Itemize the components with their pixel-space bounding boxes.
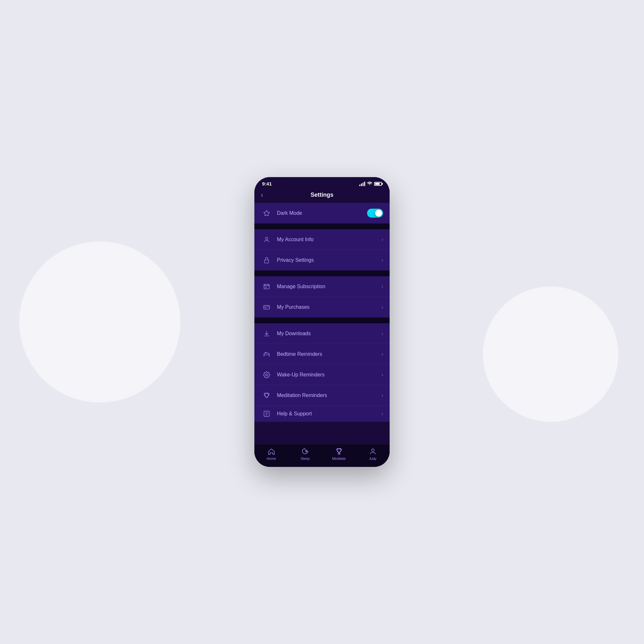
divider-2 — [254, 270, 390, 276]
profile-icon — [369, 448, 377, 455]
account-section: My Account Info › Privacy Settings › — [254, 229, 390, 270]
manage-subscription-row[interactable]: Manage Subscription › — [254, 276, 390, 297]
back-button[interactable]: ‹ — [261, 192, 263, 199]
bg-circle-left — [19, 241, 180, 403]
my-purchases-label: My Purchases — [277, 304, 382, 310]
sleep-icon — [301, 448, 309, 455]
svg-rect-14 — [264, 411, 270, 417]
help-support-row[interactable]: Help & Support › — [254, 406, 390, 422]
divider-3 — [254, 317, 390, 323]
page-title: Settings — [310, 192, 333, 198]
divider-1 — [254, 223, 390, 229]
svg-rect-2 — [265, 260, 269, 263]
wakeup-reminders-row[interactable]: Wake-Up Reminders › — [254, 365, 390, 385]
my-purchases-row[interactable]: My Purchases › — [254, 297, 390, 317]
account-info-row[interactable]: My Account Info › — [254, 229, 390, 250]
bedtime-reminders-row[interactable]: Bedtime Reminders › — [254, 344, 390, 365]
nav-meditate[interactable]: Meditate — [322, 448, 356, 460]
header: ‹ Settings — [254, 188, 390, 203]
chevron-icon: › — [382, 237, 383, 242]
download-icon — [261, 330, 272, 337]
lock-icon — [261, 257, 272, 264]
star-icon — [261, 210, 272, 217]
home-icon — [268, 448, 275, 455]
appearance-section: Dark Mode — [254, 203, 390, 223]
svg-point-1 — [265, 237, 268, 239]
svg-rect-3 — [264, 284, 270, 289]
nav-profile-label: Judy — [369, 457, 376, 460]
help-support-label: Help & Support — [277, 411, 382, 417]
nav-sleep-label: Sleep — [300, 457, 309, 460]
chevron-icon: › — [382, 257, 383, 263]
nav-profile[interactable]: Judy — [356, 448, 390, 460]
status-icons — [359, 181, 382, 186]
nav-sleep[interactable]: Sleep — [288, 448, 322, 460]
privacy-settings-label: Privacy Settings — [277, 257, 382, 263]
meditation-reminders-label: Meditation Reminders — [277, 393, 382, 398]
bedtime-reminders-label: Bedtime Reminders — [277, 351, 382, 357]
bottom-nav: Home Sleep Meditate Judy — [254, 444, 390, 467]
status-time: 9:41 — [262, 181, 272, 186]
chevron-icon: › — [382, 331, 383, 336]
svg-point-0 — [369, 184, 370, 185]
meditation-reminders-row[interactable]: Meditation Reminders › — [254, 385, 390, 406]
my-downloads-row[interactable]: My Downloads › — [254, 323, 390, 344]
lotus-icon — [261, 392, 272, 399]
wakeup-reminders-label: Wake-Up Reminders — [277, 372, 382, 378]
chevron-icon: › — [382, 372, 383, 378]
card-icon — [261, 304, 272, 311]
my-downloads-label: My Downloads — [277, 331, 382, 336]
chevron-icon: › — [382, 284, 383, 289]
dark-mode-label: Dark Mode — [277, 210, 367, 216]
svg-point-20 — [372, 449, 374, 451]
privacy-settings-row[interactable]: Privacy Settings › — [254, 250, 390, 270]
wifi-icon — [367, 181, 372, 186]
subscription-section: Manage Subscription › My Purchases › — [254, 276, 390, 317]
status-bar: 9:41 — [254, 177, 390, 188]
chevron-icon: › — [382, 411, 383, 417]
svg-point-13 — [266, 374, 268, 376]
svg-rect-9 — [264, 306, 270, 309]
subscription-icon — [261, 283, 272, 290]
chevron-icon: › — [382, 351, 383, 357]
manage-subscription-label: Manage Subscription — [277, 284, 382, 289]
nav-home-label: Home — [267, 457, 276, 460]
bed-icon — [261, 351, 272, 358]
dark-mode-row[interactable]: Dark Mode — [254, 203, 390, 223]
account-info-label: My Account Info — [277, 237, 382, 242]
signal-icon — [359, 182, 365, 186]
help-icon — [261, 410, 272, 417]
chevron-icon: › — [382, 304, 383, 310]
chevron-icon: › — [382, 393, 383, 398]
gear-icon — [261, 371, 272, 378]
phone-frame: 9:41 ‹ Setti — [254, 177, 390, 467]
dark-mode-toggle[interactable] — [367, 209, 383, 218]
nav-home[interactable]: Home — [254, 448, 288, 460]
scroll-content[interactable]: Dark Mode My Account Info › — [254, 203, 390, 444]
nav-meditate-label: Meditate — [332, 457, 346, 460]
bg-circle-right — [483, 287, 618, 422]
extras-section: My Downloads › Bedtime Reminders › — [254, 323, 390, 422]
battery-icon — [374, 182, 382, 186]
meditate-icon — [335, 448, 343, 455]
user-icon — [261, 236, 272, 243]
